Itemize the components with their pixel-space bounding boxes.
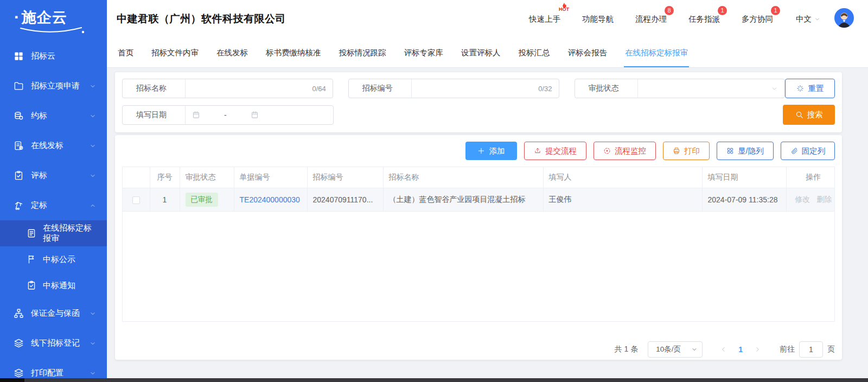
date-range-separator: - <box>224 111 227 119</box>
cell-fill-date: 2024-07-09 11:35:28 <box>702 188 786 211</box>
calendar-icon[interactable] <box>192 111 200 119</box>
bid-name-input[interactable] <box>192 84 312 93</box>
sidebar-item-contract-bid[interactable]: 约标 <box>0 101 107 131</box>
prev-page-button[interactable] <box>714 346 733 353</box>
tab-online-bid-release[interactable]: 在线发标 <box>215 38 249 67</box>
tab-home[interactable]: 首页 <box>117 38 135 67</box>
notification-badge: 1 <box>718 6 727 15</box>
page-number[interactable]: 1 <box>733 345 748 354</box>
tab-doc-fee-approval[interactable]: 标书费缴纳核准 <box>265 38 322 67</box>
table-header-row: 序号 审批状态 单据编号 招标编号 招标名称 填写人 填写日期 操作 <box>123 167 835 188</box>
sidebar-item-offline-registration[interactable]: 线下招标登记 <box>0 328 107 358</box>
chevron-down-icon <box>90 113 96 119</box>
tab-evaluation-report[interactable]: 评标会报告 <box>567 38 609 67</box>
bid-no-input[interactable] <box>418 84 538 93</box>
nav-function-guide[interactable]: 功能导航 <box>582 14 614 24</box>
flag-icon <box>27 254 36 264</box>
sidebar-item-bidding-cloud[interactable]: 招标云 <box>0 41 107 71</box>
search-button[interactable]: 搜索 <box>783 105 835 125</box>
select-all-column <box>123 167 150 188</box>
app-logo: · 施企云 <box>0 0 107 41</box>
cell-seq: 1 <box>150 188 180 211</box>
bid-no-field: 招标编号 0/32 <box>348 79 559 98</box>
cell-filler: 王俊伟 <box>543 188 702 211</box>
chevron-down-icon <box>814 16 820 22</box>
nav-multi-collaboration[interactable]: 多方协同 1 <box>742 14 773 24</box>
filter-row-2: 填写日期 - 搜索 <box>122 105 835 125</box>
logo-dot: · <box>14 8 20 27</box>
search-icon <box>795 111 803 119</box>
document-audit-icon <box>27 228 36 238</box>
plus-icon <box>477 147 485 155</box>
chevron-down-icon <box>90 173 96 179</box>
language-selector[interactable]: 中文 <box>796 14 820 24</box>
filter-panel: 招标名称 0/64 招标编号 0/32 审批 <box>115 72 842 132</box>
notification-badge: 8 <box>665 6 674 15</box>
tab-bid-summary[interactable]: 投标汇总 <box>518 38 551 67</box>
sidebar-subitem-online-award-approval[interactable]: 在线招标定标报审 <box>0 220 107 246</box>
sidebar-subitem-label: 在线招标定标报审 <box>43 223 96 244</box>
next-page-button[interactable] <box>748 346 767 353</box>
bid-name-field: 招标名称 0/64 <box>122 79 333 98</box>
goto-label: 前往 <box>780 345 795 354</box>
sidebar-subitem-award-notice[interactable]: 中标通知 <box>0 272 107 298</box>
sidebar-item-project-application[interactable]: 招标立项申请 <box>0 71 107 101</box>
sidebar-item-label: 评标 <box>31 170 47 181</box>
tab-bid-doc-review[interactable]: 招标文件内审 <box>150 38 200 67</box>
data-table: 序号 审批状态 单据编号 招标编号 招标名称 填写人 填写日期 操作 <box>122 167 835 322</box>
nav-label: 流程办理 <box>635 15 667 23</box>
reset-button[interactable]: 重置 <box>785 79 835 98</box>
calendar-icon[interactable] <box>251 111 259 119</box>
fixed-columns-button[interactable]: 固定列 <box>781 142 835 160</box>
sidebar-item-bid-award[interactable]: 定标 <box>0 190 107 220</box>
upload-icon <box>534 147 541 155</box>
chevron-down-icon <box>90 370 96 377</box>
tab-bid-tracking[interactable]: 投标情况跟踪 <box>338 38 387 67</box>
edit-action[interactable]: 修改 <box>795 195 810 203</box>
nav-task-assignment[interactable]: 任务指派 1 <box>688 14 720 24</box>
chevron-down-icon <box>90 310 96 317</box>
sidebar-item-deposit-guarantee[interactable]: 保证金与保函 <box>0 298 107 328</box>
sidebar-item-bid-evaluation[interactable]: 评标 <box>0 161 107 190</box>
nav-process-handling[interactable]: 流程办理 8 <box>635 14 667 24</box>
tab-online-award-approval[interactable]: 在线招标定标报审 <box>624 38 689 67</box>
chevron-down-icon <box>771 85 778 92</box>
goto-page-input[interactable] <box>799 341 823 358</box>
nav-label: 快速上手 <box>529 15 560 23</box>
tab-expert-library[interactable]: 评标专家库 <box>403 38 445 67</box>
cell-bid-no: 2024070911170... <box>307 188 383 211</box>
fill-date-field: 填写日期 - <box>122 105 334 125</box>
col-doc-no: 单据编号 <box>234 167 307 188</box>
bottom-edge-bar <box>0 378 868 382</box>
page-unit-label: 页 <box>827 345 835 354</box>
chevron-up-icon <box>90 202 96 209</box>
sidebar-menu: 招标云 招标立项申请 约标 在线发标 评标 <box>0 41 107 382</box>
paperclip-icon <box>790 147 798 155</box>
col-actions: 操作 <box>786 167 835 188</box>
approval-status-select[interactable] <box>637 79 785 98</box>
filter-row-1: 招标名称 0/64 招标编号 0/32 审批 <box>122 79 835 98</box>
chevron-right-icon <box>754 346 761 353</box>
sidebar-item-online-bid-release[interactable]: 在线发标 <box>0 131 107 161</box>
notification-badge: 1 <box>771 6 780 15</box>
tab-bar: 首页 招标文件内审 在线发标 标书费缴纳核准 投标情况跟踪 评标专家库 设置评标… <box>107 38 868 68</box>
user-avatar[interactable] <box>834 8 854 30</box>
tab-set-evaluators[interactable]: 设置评标人 <box>460 38 502 67</box>
add-button[interactable]: 添加 <box>465 142 517 160</box>
print-button[interactable]: 打印 <box>663 142 710 160</box>
delete-action[interactable]: 删除 <box>816 195 832 203</box>
row-checkbox[interactable] <box>132 196 140 204</box>
chevron-down-icon <box>90 143 96 149</box>
nav-quick-start[interactable]: 快速上手 HOT <box>529 14 560 24</box>
page-size-select[interactable]: 10条/页 <box>648 341 703 358</box>
show-hide-columns-button[interactable]: 显/隐列 <box>717 142 774 160</box>
submit-flow-button[interactable]: 提交流程 <box>524 142 586 160</box>
folder-icon <box>14 81 24 91</box>
table-row: 1 已审批 TE202400000030 2024070911170... （土… <box>123 188 835 211</box>
doc-no-link[interactable]: TE202400000030 <box>240 195 300 204</box>
sidebar-item-label: 约标 <box>31 111 47 121</box>
sidebar-item-label: 定标 <box>31 200 47 211</box>
total-count: 共 1 条 <box>615 345 639 354</box>
flow-monitor-button[interactable]: 流程监控 <box>593 142 656 160</box>
sidebar-subitem-award-publicity[interactable]: 中标公示 <box>0 246 107 272</box>
